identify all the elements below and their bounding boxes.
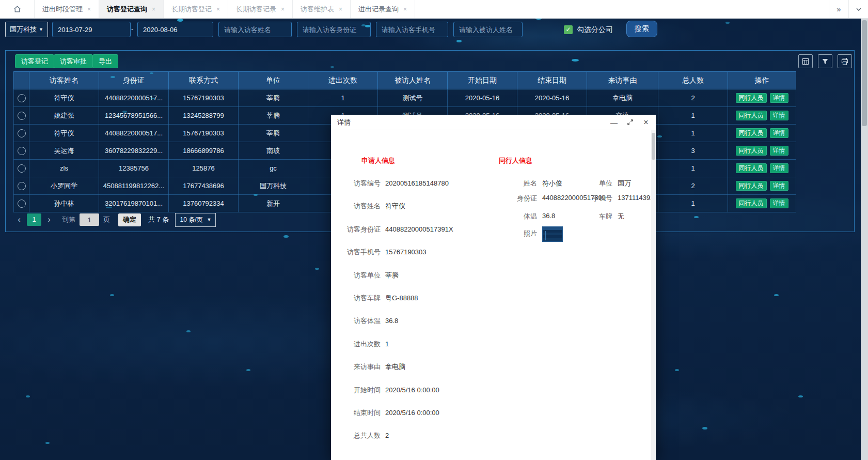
details-button[interactable]: 详情 [770, 111, 788, 120]
page-size-value: 10 条/页 [180, 216, 202, 224]
field-label: 身份证 [491, 194, 537, 203]
tab-access-period[interactable]: 进出时段管理 × [35, 0, 99, 18]
row-radio[interactable] [18, 94, 26, 102]
modal-title-bar: 详情 — × [331, 115, 656, 130]
modal-scrollbar-thumb[interactable] [652, 133, 655, 160]
tab-longterm-register[interactable]: 长期访客登记 × [164, 0, 228, 18]
field-label: 访客车牌 [334, 294, 381, 303]
details-button[interactable]: 详情 [770, 198, 788, 208]
close-icon[interactable]: × [339, 6, 342, 13]
tab-bar: 进出时段管理 × 访客登记查询 × 长期访客登记 × 长期访客记录 × 访客维护… [0, 0, 868, 19]
tab-longterm-records[interactable]: 长期访客记录 × [228, 0, 293, 18]
companion-photo-thumbnail[interactable] [542, 226, 563, 242]
tab-visitor-register-query[interactable]: 访客登记查询 × [99, 0, 164, 18]
visitor-id-input[interactable] [297, 22, 371, 37]
search-button[interactable]: 搜索 [626, 21, 657, 37]
row-radio[interactable] [18, 147, 26, 155]
field-label: 结束时间 [334, 408, 381, 418]
table-row[interactable]: 符守仪44088220000517...15767190303莘腾1测试号202… [14, 89, 796, 107]
modal-title: 详情 [337, 118, 351, 127]
dropdown-arrow-icon: ▼ [39, 27, 43, 32]
current-page-button[interactable]: 1 [27, 213, 41, 226]
cell: 国万科技 [239, 177, 308, 195]
cell: 1 [308, 89, 378, 107]
print-button[interactable] [838, 54, 852, 68]
companions-button[interactable]: 同行人员 [736, 198, 767, 208]
prev-page-button[interactable]: ‹ [13, 214, 25, 225]
col-visit-reason: 来访事由 [587, 72, 658, 89]
page-scrollbar-thumb[interactable] [862, 20, 867, 126]
companions-button[interactable]: 同行人员 [736, 128, 767, 138]
page-scrollbar[interactable] [861, 19, 868, 460]
goto-page-input[interactable] [80, 213, 99, 226]
cell: 莘腾 [239, 125, 308, 142]
chevron-down-icon [855, 6, 862, 13]
companions-button[interactable]: 同行人员 [736, 93, 767, 103]
filter-funnel-icon [821, 57, 829, 66]
companions-button[interactable]: 同行人员 [736, 111, 767, 120]
row-radio[interactable] [18, 112, 26, 120]
page-size-select[interactable]: 10 条/页 ▼ [175, 213, 216, 227]
col-start-date: 开始日期 [448, 72, 517, 89]
field-label: 姓名 [491, 179, 537, 188]
companions-button[interactable]: 同行人员 [736, 163, 767, 173]
modal-window-controls: — × [610, 119, 650, 126]
tab-overflow-button[interactable]: » [829, 0, 848, 18]
companions-button[interactable]: 同行人员 [736, 181, 767, 191]
field-value: 2020/5/16 0:00:00 [385, 386, 439, 394]
company-select[interactable]: 国万科技 ▼ [5, 22, 48, 37]
details-button[interactable]: 详情 [770, 181, 788, 191]
filter-button[interactable] [818, 54, 832, 68]
details-button[interactable]: 详情 [770, 163, 788, 173]
cell: 1 [658, 195, 728, 212]
cell: 13760792334 [169, 195, 239, 212]
cell: zls [29, 160, 99, 177]
branch-checkbox[interactable]: ✓ [564, 25, 573, 34]
home-tab[interactable] [0, 0, 35, 18]
visitor-register-button[interactable]: 访客登记 [15, 54, 54, 68]
actions-cell: 同行人员详情 [728, 142, 796, 160]
next-page-button[interactable]: › [43, 214, 55, 225]
details-button[interactable]: 详情 [770, 93, 788, 103]
start-date-input[interactable] [52, 22, 131, 37]
close-icon[interactable]: × [281, 6, 285, 13]
details-button[interactable]: 详情 [770, 128, 788, 138]
tab-list-button[interactable] [848, 0, 868, 18]
field-label: 总共人数 [334, 431, 381, 440]
dropdown-arrow-icon: ▼ [207, 217, 211, 222]
tab-visitor-maintenance[interactable]: 访客维护表 × [293, 0, 351, 18]
goto-confirm-button[interactable]: 确定 [118, 213, 141, 226]
visitor-name-input[interactable] [218, 22, 292, 37]
col-visitor-name: 访客姓名 [29, 72, 99, 89]
field-label: 访客编号 [334, 179, 381, 188]
row-radio[interactable] [18, 164, 26, 173]
visitor-approve-button[interactable]: 访客审批 [54, 54, 93, 68]
companions-button[interactable]: 同行人员 [736, 146, 767, 156]
field-value: 符守仪 [385, 202, 405, 210]
close-icon[interactable]: × [642, 119, 650, 126]
modal-scrollbar[interactable] [651, 130, 656, 460]
end-date-input[interactable] [137, 22, 213, 37]
close-icon[interactable]: × [87, 6, 91, 13]
filter-bar: 国万科技 ▼ - ✓ 勾选分公司 搜索 [0, 19, 868, 40]
minimize-icon[interactable]: — [610, 119, 618, 126]
company-select-value: 国万科技 [10, 25, 37, 34]
columns-config-button[interactable] [798, 54, 813, 68]
row-radio[interactable] [18, 129, 26, 137]
col-visited-name: 被访人姓名 [378, 72, 448, 89]
row-radio[interactable] [18, 200, 26, 208]
close-icon[interactable]: × [216, 6, 220, 13]
maximize-icon[interactable] [626, 119, 634, 126]
actions-cell: 同行人员详情 [728, 125, 796, 142]
col-entry-count: 进出次数 [308, 72, 378, 89]
export-button[interactable]: 导出 [92, 54, 118, 68]
details-modal: 详情 — × 申请人信息 访客编号20200516185148780 访客姓名符… [331, 115, 656, 460]
close-icon[interactable]: × [403, 6, 407, 13]
actions-cell: 同行人员详情 [728, 195, 796, 212]
visited-name-input[interactable] [453, 22, 523, 37]
visitor-phone-input[interactable] [376, 22, 448, 37]
tab-access-records-query[interactable]: 进出记录查询 × [351, 0, 415, 18]
row-radio[interactable] [18, 182, 26, 190]
details-button[interactable]: 详情 [770, 146, 788, 156]
close-icon[interactable]: × [152, 6, 155, 13]
